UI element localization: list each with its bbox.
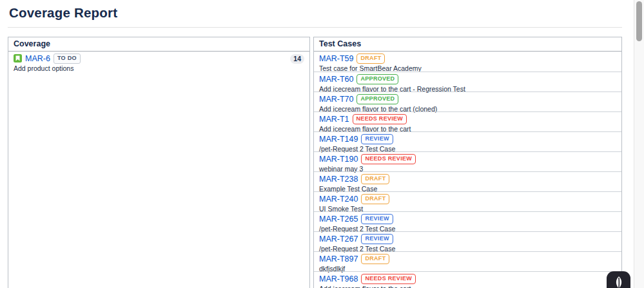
watermark-badge [607, 271, 630, 288]
page-title: Coverage Report [9, 5, 117, 21]
test-case-key-link[interactable]: MAR-T70 [319, 95, 353, 104]
status-badge: APPROVED [356, 94, 398, 104]
test-case-key-link[interactable]: MAR-T265 [319, 215, 358, 224]
test-cases-panel: Test Cases MAR-T59 DRAFT Test case for S… [313, 37, 622, 288]
status-badge: DRAFT [361, 194, 389, 204]
coverage-panel: Coverage MAR-6 TO DO 14 Add product opti… [8, 37, 310, 288]
test-case-key-link[interactable]: MAR-T60 [319, 75, 353, 84]
test-case-key-link[interactable]: MAR-T59 [319, 54, 353, 63]
page-scrollbar-thumb[interactable] [636, 1, 642, 41]
test-case-row[interactable]: MAR-T968 NEEDS REVIEW Add icecream flavo… [314, 271, 621, 288]
test-case-key-link[interactable]: MAR-T238 [319, 175, 358, 184]
test-case-row[interactable]: MAR-T60 APPROVED Add icecream flavor to … [314, 72, 621, 91]
test-case-row[interactable]: MAR-T267 REVIEW /pet-Request 2 Test Case [314, 231, 621, 251]
test-case-row[interactable]: MAR-T190 NEEDS REVIEW webinar may 3 [314, 151, 621, 171]
test-case-row[interactable]: MAR-T70 APPROVED Add icecream flavor to … [314, 91, 621, 111]
status-badge: DRAFT [361, 174, 389, 184]
status-badge: REVIEW [361, 234, 393, 244]
coverage-row[interactable]: MAR-6 TO DO 14 Add product options [8, 52, 309, 72]
test-cases-column-header: Test Cases [314, 37, 621, 52]
status-badge: REVIEW [361, 134, 393, 144]
status-badge: DRAFT [361, 254, 389, 264]
test-case-key-link[interactable]: MAR-T190 [319, 155, 358, 164]
test-case-key-link[interactable]: MAR-T897 [319, 254, 358, 264]
story-icon [14, 54, 22, 62]
test-case-row[interactable]: MAR-T240 DRAFT UI Smoke Test [314, 191, 621, 211]
test-count-badge: 14 [290, 54, 304, 64]
test-case-key-link[interactable]: MAR-T267 [319, 235, 358, 244]
test-case-key-link[interactable]: MAR-T1 [319, 115, 349, 124]
test-case-row[interactable]: MAR-T59 DRAFT Test case for SmartBear Ac… [314, 52, 621, 72]
test-case-row[interactable]: MAR-T265 REVIEW /pet-Request 2 Test Case [314, 211, 621, 231]
test-case-row[interactable]: MAR-T1 NEEDS REVIEW Add icecream flavor … [314, 111, 621, 131]
test-case-summary: Add icecream flavor to the cart [319, 285, 616, 288]
status-badge: APPROVED [356, 74, 398, 84]
page-scrollbar-track[interactable] [634, 0, 644, 288]
title-divider [8, 27, 622, 28]
test-case-key-link[interactable]: MAR-T149 [319, 135, 358, 144]
status-badge: NEEDS REVIEW [361, 154, 416, 164]
issue-summary: Add product options [14, 64, 304, 72]
test-case-row[interactable]: MAR-T149 REVIEW /pet-Request 2 Test Case [314, 131, 621, 151]
test-case-row[interactable]: MAR-T897 DRAFT dkfjsdlkjf [314, 251, 621, 271]
status-badge: NEEDS REVIEW [353, 114, 407, 124]
test-case-row[interactable]: MAR-T238 DRAFT Example Test Case [314, 171, 621, 191]
status-badge: TO DO [54, 53, 81, 64]
test-case-key-link[interactable]: MAR-T968 [319, 274, 358, 283]
test-case-key-link[interactable]: MAR-T240 [319, 195, 358, 204]
status-badge: DRAFT [356, 53, 385, 64]
leaf-logo-icon [614, 271, 624, 288]
coverage-column-header: Coverage [8, 37, 309, 52]
status-badge: REVIEW [361, 214, 393, 224]
status-badge: NEEDS REVIEW [361, 274, 416, 284]
issue-key-link[interactable]: MAR-6 [25, 54, 50, 63]
